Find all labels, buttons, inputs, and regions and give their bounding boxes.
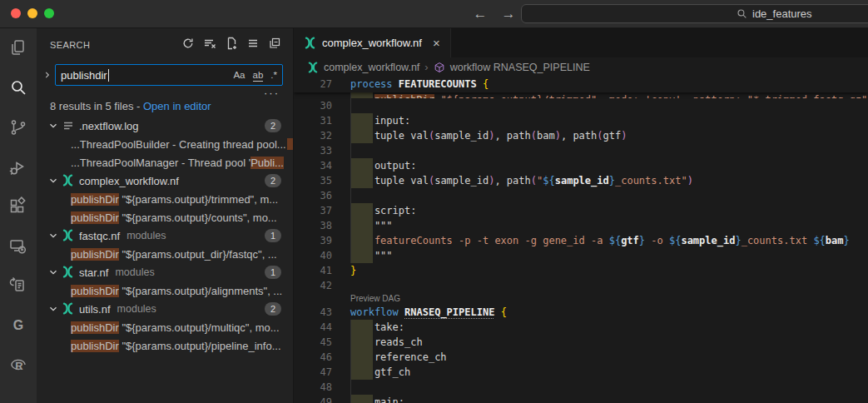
search-result-file-row[interactable]: fastqc.nfmodules1 [37,226,293,245]
nextflow-icon [62,174,75,187]
code-row: 39 featureCounts -p -t exon -g gene_id -… [294,233,868,248]
search-match-row[interactable]: publishDir "${params.output}/trimmed", m… [37,190,293,208]
search-match-row[interactable]: publishDir "${params.output_dir}/fastqc"… [37,245,293,263]
search-icon [737,8,747,19]
use-regex-toggle[interactable]: .* [270,70,277,80]
line-number: 44 [294,320,332,335]
code-row: 44 take: [294,320,868,335]
match-highlight: publishDir [71,285,119,297]
code-row: 46 reference_ch [294,350,868,365]
codelens-row: Preview DAG [294,293,868,305]
search-match-row[interactable]: publishDir "${params.output}/multiqc", m… [37,318,293,336]
tab-label: complex_workflow.nf [322,37,422,49]
search-match-row[interactable]: ...ThreadPoolManager - Thread pool 'Publ… [37,153,293,172]
match-text: publishDir "${params.output}/pipeline_in… [71,340,281,352]
indent-guide [350,98,351,113]
match-whole-word-toggle[interactable]: ab [253,70,264,80]
toggle-replace-chevron-icon[interactable] [42,68,53,82]
code-text: publishDir "${params.output}/trimmed", m… [350,92,867,98]
code-row: 42 [294,278,868,293]
search-results-list: .nextflow.log2...ThreadPoolBuilder - Cre… [37,117,293,355]
line-number: 40 [294,248,332,263]
match-highlight: publishDir [71,211,119,224]
code-row: 33 [294,143,868,158]
breadcrumb-separator: › [424,61,428,73]
chevron-down-icon[interactable] [47,119,60,132]
chevron-down-icon[interactable] [47,302,60,316]
file-description: modules [117,303,156,315]
clear-search-results-icon[interactable] [203,37,216,50]
search-result-file-row[interactable]: complex_workflow.nf2 [37,172,293,190]
indent-guide [350,188,351,203]
search-result-file-row[interactable]: .nextflow.log2 [37,117,293,135]
text-caret [108,69,109,82]
symbol-cube-icon [434,62,445,73]
line-number: 33 [294,143,332,158]
match-case-toggle[interactable]: Aa [233,70,245,80]
activity-remote-explorer-icon[interactable] [8,236,28,256]
codelens-preview-dag-link[interactable]: Preview DAG [350,293,400,305]
code-row: 47 gtf_ch [294,365,868,380]
activity-run-and-debug-icon[interactable] [8,157,28,177]
window-zoom-button[interactable] [44,8,54,18]
view-as-list-icon[interactable] [246,37,260,50]
collapse-all-icon[interactable] [268,37,281,50]
code-text: reads_ch [350,335,423,350]
activity-task-copy-icon[interactable] [8,276,28,296]
file-name: utils.nf [79,303,111,316]
code-row: 43workflow RNASEQ_PIPELINE { [294,305,868,320]
open-in-editor-link[interactable]: Open in editor [143,100,211,112]
code-text: output: [350,158,416,173]
sticky-scroll-line[interactable]: 27process FEATURECOUNTS { [294,77,868,92]
open-new-search-editor-icon[interactable] [225,37,238,50]
search-input[interactable]: publishdir Aaab.* [55,64,283,86]
activity-gitlens-icon[interactable]: G [8,316,28,336]
match-text: publishDir "${params.output_dir}/fastqc"… [71,248,277,261]
search-match-row[interactable]: publishDir "${params.output}/alignments"… [37,281,293,300]
code-text: """ [350,248,393,263]
nextflow-icon [62,229,75,242]
line-number: 37 [294,203,332,218]
search-match-row[interactable]: ...ThreadPoolBuilder - Creating thread p… [37,135,293,153]
code-text: workflow RNASEQ_PIPELINE { [350,305,507,320]
search-match-row[interactable]: publishDir "${params.output}/pipeline_in… [37,336,293,355]
nav-forward-button[interactable]: → [499,3,518,24]
line-number: 27 [294,77,332,92]
activity-partial-bottom-icon[interactable] [8,395,28,403]
tab-complex-workflow[interactable]: complex_workflow.nf × [294,28,451,57]
match-highlight: Publi... [250,157,284,169]
results-summary: 8 results in 5 files - [50,100,143,112]
code-row: 37 script: [294,203,868,218]
toggle-search-details-icon[interactable]: ··· [264,87,280,99]
editor-group: complex_workflow.nf × complex_workflow.n… [294,28,868,403]
breadcrumb-symbol[interactable]: workflow RNASEQ_PIPELINE [450,62,590,73]
breadcrumb-file[interactable]: complex_workflow.nf [324,62,419,73]
code-row: 41} [294,263,868,278]
code-text: featureCounts -p -t exon -g gene_id -a $… [350,233,850,248]
command-center[interactable]: ide_features [521,4,868,23]
match-text: ...ThreadPoolManager - Thread pool 'Publ… [71,157,284,169]
match-text: publishDir "${params.output}/alignments"… [71,285,282,297]
search-result-file-row[interactable]: utils.nfmodules2 [37,300,293,318]
activity-r-language-icon[interactable]: R [8,355,28,375]
chevron-down-icon[interactable] [47,266,60,279]
command-center-query: ide_features [752,7,812,20]
activity-extensions-icon[interactable] [8,197,28,216]
search-result-file-row[interactable]: star.nfmodules1 [37,263,293,281]
tab-close-icon[interactable]: × [433,37,440,49]
refresh-icon[interactable] [181,37,195,50]
window-minimize-button[interactable] [27,8,37,18]
chevron-down-icon[interactable] [47,174,60,187]
activity-explorer-icon[interactable] [8,38,28,58]
indent-guide [350,143,351,158]
window-close-button[interactable] [11,8,21,18]
search-match-row[interactable]: publishDir "${params.output}/counts", mo… [37,208,293,226]
chevron-down-icon[interactable] [47,229,60,242]
activity-search-icon[interactable] [8,78,28,98]
code-row: 38 """ [294,218,868,233]
file-name: complex_workflow.nf [79,175,179,187]
line-number: 31 [294,113,332,128]
nav-back-button[interactable]: ← [471,3,489,24]
activity-source-control-icon[interactable] [8,117,28,137]
line-number: 34 [294,158,332,173]
